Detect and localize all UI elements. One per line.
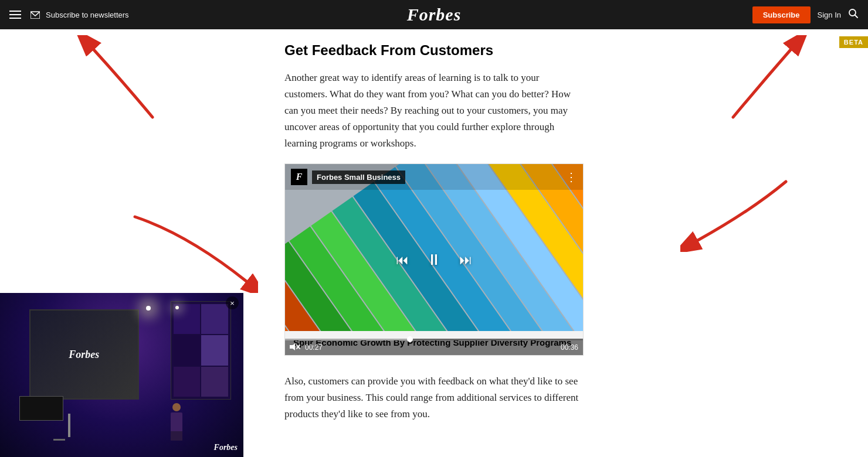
video-top-bar: F Forbes Small Business ⋮ (285, 164, 583, 190)
video-time-row: 00:27 00:36 (285, 340, 583, 355)
article-section-title: Get Feedback From Customers (284, 41, 584, 59)
skip-forward-button[interactable]: ⏭ (459, 252, 472, 267)
video-more-button[interactable]: ⋮ (565, 171, 577, 183)
newsletter-label: Subscribe to newsletters (46, 11, 129, 19)
search-icon (848, 8, 859, 19)
mute-button[interactable] (290, 343, 300, 353)
header-center: Forbes (407, 5, 462, 25)
beta-badge: BETA (839, 36, 868, 48)
video-progress-bar[interactable] (285, 339, 583, 340)
signin-link[interactable]: Sign In (818, 11, 841, 19)
inner-screen-content: Forbes (30, 311, 138, 398)
video-time-total: 00:36 (561, 343, 578, 352)
floating-video-close-button[interactable]: × (226, 296, 239, 309)
video-brand-name: Forbes Small Business (312, 170, 405, 184)
video-brand-logo: F (291, 169, 307, 185)
stage-person (171, 403, 182, 422)
mail-icon (30, 11, 40, 19)
inner-screen-logo: Forbes (69, 349, 99, 361)
article-body: Get Feedback From Customers Another grea… (284, 29, 584, 422)
stage-monitor (19, 396, 63, 421)
search-button[interactable] (848, 8, 859, 21)
hamburger-menu-button[interactable] (9, 11, 21, 19)
video-time-current: 00:27 (305, 343, 323, 352)
floating-stage: Forbes (0, 293, 243, 422)
forbes-logo: Forbes (407, 5, 462, 24)
stage-screen: Forbes (29, 309, 139, 400)
header: Subscribe to newsletters Forbes Subscrib… (0, 0, 868, 29)
article-paragraph-1: Another great way to identify areas of l… (284, 70, 584, 152)
svg-marker-3 (290, 343, 295, 350)
newsletter-link[interactable]: Subscribe to newsletters (30, 11, 129, 19)
video-player[interactable]: F Forbes Small Business ⋮ ⏮ ⏸ ⏭ (284, 163, 584, 355)
floating-video-inner: Forbes Forbes (0, 293, 243, 422)
header-left: Subscribe to newsletters (9, 11, 752, 19)
header-right: Subscribe Sign In (752, 6, 859, 23)
floating-video: × Forbes (0, 293, 243, 422)
video-bottom-bar: 00:27 00:36 (285, 339, 583, 355)
pause-button[interactable]: ⏸ (426, 251, 442, 269)
svg-line-2 (855, 15, 858, 18)
stage-stand (68, 414, 70, 422)
subscribe-button[interactable]: Subscribe (752, 6, 811, 23)
skip-back-button[interactable]: ⏮ (396, 252, 409, 267)
video-controls-overlay: ⏮ ⏸ ⏭ (396, 251, 472, 269)
video-progress-fill (285, 339, 410, 340)
mute-icon (290, 343, 300, 351)
video-progress-dot (407, 336, 413, 342)
article-paragraph-2: Also, customers can provide you with fee… (284, 373, 584, 422)
